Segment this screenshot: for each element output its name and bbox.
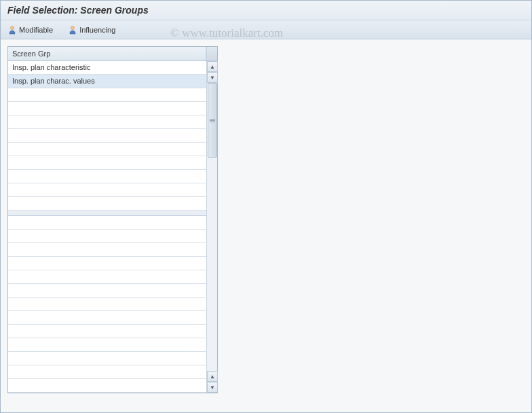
table-row[interactable]: [8, 243, 206, 257]
influencing-label: Influencing: [79, 26, 115, 34]
table-row[interactable]: [8, 379, 206, 393]
table-row[interactable]: [8, 270, 206, 284]
scrollbar-vertical[interactable]: ▲ ▼ ▲ ▼: [206, 61, 217, 393]
table-row[interactable]: [8, 338, 206, 352]
svg-point-1: [71, 26, 75, 29]
table-body: Insp. plan characteristic Insp. plan cha…: [8, 61, 217, 393]
modifiable-label: Modifiable: [19, 26, 53, 34]
table-row[interactable]: [8, 183, 206, 197]
toolbar: Modifiable Influencing: [1, 20, 531, 39]
scroll-up-arrow-bottom[interactable]: ▲: [207, 371, 218, 382]
table-row[interactable]: [8, 143, 206, 156]
table-row[interactable]: [8, 102, 206, 115]
table-header-corner[interactable]: [206, 47, 217, 60]
screen-group-table: Screen Grp Insp. plan characteristic Ins…: [7, 46, 218, 393]
scroll-down-arrow[interactable]: ▼: [207, 72, 218, 83]
svg-point-0: [11, 26, 14, 29]
table-header: Screen Grp: [8, 47, 217, 61]
page-title: Field Selection: Screen Groups: [1, 1, 531, 20]
table-row[interactable]: Insp. plan charac. values: [8, 75, 206, 88]
table-header-cell[interactable]: Screen Grp: [8, 47, 206, 60]
table-row[interactable]: [8, 352, 206, 365]
table-gap: [8, 211, 206, 216]
table-row[interactable]: [8, 284, 206, 298]
scroll-track[interactable]: [207, 83, 217, 371]
table-row[interactable]: [8, 298, 206, 311]
scroll-thumb-grip: [210, 118, 215, 123]
table-row[interactable]: [8, 197, 206, 211]
person-icon: [68, 25, 77, 35]
content-area: Screen Grp Insp. plan characteristic Ins…: [1, 39, 531, 413]
table-row[interactable]: [8, 216, 206, 230]
table-row[interactable]: [8, 257, 206, 270]
table-row[interactable]: [8, 88, 206, 102]
table-row[interactable]: [8, 156, 206, 170]
modifiable-button[interactable]: Modifiable: [5, 24, 56, 36]
table-row[interactable]: [8, 325, 206, 338]
table-row[interactable]: [8, 230, 206, 243]
table-row[interactable]: [8, 365, 206, 379]
person-icon: [7, 25, 17, 35]
table-row[interactable]: [8, 129, 206, 143]
table-row[interactable]: [8, 311, 206, 325]
table-row[interactable]: Insp. plan characteristic: [8, 61, 206, 75]
scroll-thumb[interactable]: [208, 83, 217, 158]
scroll-up-arrow[interactable]: ▲: [207, 61, 218, 72]
influencing-button[interactable]: Influencing: [65, 24, 118, 36]
scroll-down-arrow-bottom[interactable]: ▼: [207, 382, 218, 393]
table-row[interactable]: [8, 115, 206, 129]
table-row[interactable]: [8, 170, 206, 183]
